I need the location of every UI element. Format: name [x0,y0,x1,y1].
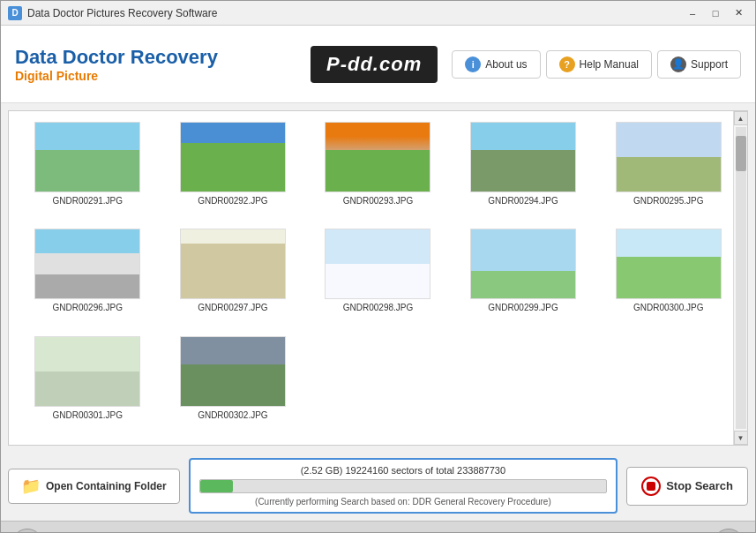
list-item[interactable]: GNDR00293.JPG [310,122,446,220]
footer: ‹ Back i To Stop recovery, click on 'Sto… [1,521,755,533]
image-thumbnail [325,122,430,192]
image-thumbnail [180,336,286,407]
support-label: Support [691,58,728,71]
next-button-group: Next › [681,529,745,534]
help-manual-label: Help Manual [580,58,639,71]
list-item[interactable]: GNDR00297.JPG [165,229,302,327]
open-folder-button[interactable]: 📁 Open Containing Folder [8,469,180,504]
list-item[interactable]: GNDR00301.JPG [19,336,156,434]
image-filename: GNDR00301.JPG [53,410,123,420]
scroll-track[interactable] [736,127,746,429]
progress-bar-bg [199,479,607,493]
image-thumbnail [470,122,576,192]
app-icon: D [8,6,22,20]
progress-info: (2.52 GB) 19224160 sectors of total 2338… [199,465,607,476]
image-thumbnail [616,122,722,192]
titlebar: D Data Doctor Pictures Recovery Software… [1,1,755,26]
image-grid-container: GNDR00291.JPGGNDR00292.JPGGNDR00293.JPGG… [8,110,748,446]
back-button-group: ‹ Back [11,529,78,534]
list-item[interactable]: GNDR00298.JPG [310,229,446,327]
help-manual-button[interactable]: ? Help Manual [546,50,652,79]
image-thumbnail [34,122,140,192]
list-item[interactable]: GNDR00294.JPG [455,122,592,220]
image-thumbnail [34,336,140,407]
list-item[interactable]: GNDR00302.JPG [165,336,302,434]
image-filename: GNDR00297.JPG [198,303,267,312]
progress-area: (2.52 GB) 19224160 sectors of total 2338… [189,458,618,514]
window-title: Data Doctor Pictures Recovery Software [27,7,683,19]
progress-bar-fill [200,480,233,492]
image-filename: GNDR00300.JPG [633,303,703,312]
image-filename: GNDR00296.JPG [53,303,123,312]
list-item[interactable]: GNDR00292.JPG [165,122,302,220]
about-us-button[interactable]: i About us [452,50,540,79]
header: Data Doctor Recovery Digital Picture P-d… [1,26,755,103]
stop-search-button[interactable]: Stop Search [626,467,748,506]
list-item[interactable]: GNDR00291.JPG [19,122,156,220]
close-button[interactable]: ✕ [729,5,748,21]
app-name: Data Doctor Recovery [15,46,311,69]
image-filename: GNDR00294.JPG [488,196,558,206]
image-filename: GNDR00293.JPG [343,196,413,206]
scroll-thumb[interactable] [736,136,746,171]
app-subtitle: Digital Picture [15,69,311,83]
support-icon: 👤 [670,56,686,72]
brand-logo: P-dd.com [311,46,438,83]
list-item[interactable]: GNDR00299.JPG [455,229,592,327]
minimize-button[interactable]: – [683,5,702,21]
logo: Data Doctor Recovery Digital Picture [15,46,311,83]
list-item[interactable]: GNDR00300.JPG [600,229,737,327]
image-thumbnail [616,229,722,299]
image-filename: GNDR00299.JPG [488,303,558,312]
list-item[interactable]: GNDR00295.JPG [600,122,737,220]
header-nav: i About us ? Help Manual 👤 Support [452,50,741,79]
image-thumbnail [180,229,286,299]
progress-bar-container [199,479,607,493]
about-us-label: About us [485,58,527,71]
folder-icon: 📁 [21,477,41,496]
window-controls: – □ ✕ [683,5,748,21]
scroll-down-arrow[interactable]: ▼ [734,431,748,445]
image-filename: GNDR00292.JPG [198,196,267,206]
image-grid: GNDR00291.JPGGNDR00292.JPGGNDR00293.JPGG… [9,111,747,445]
list-item[interactable]: GNDR00296.JPG [19,229,156,327]
next-arrow-button[interactable]: › [713,529,745,534]
image-thumbnail [470,229,576,299]
image-thumbnail [180,122,286,192]
image-filename: GNDR00295.JPG [633,196,703,206]
progress-status: (Currently performing Search based on: D… [199,497,607,507]
stop-icon-inner [647,482,655,491]
back-arrow-button[interactable]: ‹ [11,529,43,534]
info-icon: i [465,56,481,72]
help-icon: ? [559,56,575,72]
stop-search-label: Stop Search [666,479,733,492]
open-folder-label: Open Containing Folder [46,480,167,492]
image-filename: GNDR00302.JPG [198,410,267,420]
support-button[interactable]: 👤 Support [657,50,741,79]
scrollbar[interactable]: ▲ ▼ [733,111,747,445]
stop-icon [641,477,661,496]
image-thumbnail [34,229,140,299]
image-filename: GNDR00298.JPG [343,303,413,312]
scroll-up-arrow[interactable]: ▲ [734,111,748,125]
bottom-panel: 📁 Open Containing Folder (2.52 GB) 19224… [8,453,748,519]
image-thumbnail [325,229,430,299]
maximize-button[interactable]: □ [706,5,725,21]
image-filename: GNDR00291.JPG [53,196,123,206]
